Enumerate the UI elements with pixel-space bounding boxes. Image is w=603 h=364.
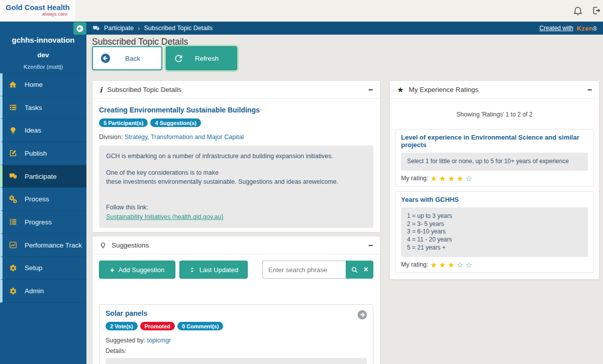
main-content: Subscribed Topic Details Back Refresh i … bbox=[86, 35, 603, 364]
breadcrumb: Participate › Subscribed Topic Details bbox=[92, 25, 213, 32]
rating-description-box: Select 1 for little or none, up to 5 for… bbox=[401, 153, 588, 171]
collapse-topic-card-icon[interactable]: − bbox=[368, 86, 373, 94]
sidebar-item-ideas[interactable]: Ideas bbox=[0, 119, 86, 142]
info-icon: i bbox=[99, 86, 102, 94]
topic-description-paragraph: GCH is embarking on a number of infrastr… bbox=[106, 152, 366, 161]
logo-title: Gold Coast Health bbox=[0, 4, 75, 12]
lightbulb-icon bbox=[8, 127, 18, 135]
sidebar-item-tasks[interactable]: Tasks bbox=[0, 96, 86, 119]
rating-title: Years with GCHHS bbox=[401, 196, 588, 203]
add-suggestion-label: Add Suggestion bbox=[118, 266, 164, 274]
sustainability-link[interactable]: Sustainability Initiatives (health.qld.g… bbox=[106, 213, 223, 220]
suggestion-search-input[interactable] bbox=[262, 261, 346, 279]
my-rating-label: My rating: bbox=[401, 261, 428, 268]
star-icon: ★ bbox=[397, 85, 404, 94]
topic-name: Creating Environmentally Sustainable Bui… bbox=[99, 106, 373, 114]
sidebar-item-participate[interactable]: Participate bbox=[0, 165, 86, 188]
sidebar-item-label: Setup bbox=[25, 264, 42, 272]
kzen8-logo: Kzen8 bbox=[577, 25, 597, 32]
suggestions-card-header: Suggestions − bbox=[92, 236, 380, 255]
sidebar-item-label: Tasks bbox=[25, 104, 42, 111]
suggestion-search-group: × bbox=[262, 261, 373, 279]
created-with-branding[interactable]: Created with Kzen8 bbox=[539, 25, 597, 32]
sidebar-item-label: Participate bbox=[25, 173, 57, 180]
star-filled-icon[interactable]: ★ bbox=[430, 261, 437, 269]
collapse-suggestions-card-icon[interactable]: − bbox=[368, 241, 373, 250]
topic-card-body: Creating Environmentally Sustainable Bui… bbox=[92, 99, 380, 232]
chart-icon bbox=[8, 241, 18, 249]
topic-description-box: GCH is embarking on a number of infrastr… bbox=[99, 146, 373, 228]
app-logo[interactable]: Gold Coast Health always care bbox=[0, 0, 75, 21]
star-filled-icon[interactable]: ★ bbox=[439, 261, 446, 269]
suggestions-toolbar: + Add Suggestion Last Updated × bbox=[99, 261, 373, 279]
suggestion-title: Solar panels bbox=[106, 309, 367, 317]
topic-division: Division: Strategy, Transformation and M… bbox=[99, 134, 373, 141]
comments-icon bbox=[8, 172, 18, 181]
sidebar-item-setup[interactable]: Setup bbox=[0, 257, 86, 280]
breadcrumb-separator-icon: › bbox=[138, 25, 140, 32]
logout-icon[interactable] bbox=[591, 6, 601, 16]
rating-description-box: 1 = up to 3 years2 = 3- 5 years3 = 6-10 … bbox=[401, 207, 588, 257]
refresh-button[interactable]: Refresh bbox=[166, 46, 237, 70]
sidebar-item-process[interactable]: Process bbox=[0, 188, 86, 211]
breadcrumb-current-page: Subscribed Topic Details bbox=[144, 25, 213, 32]
star-filled-icon[interactable]: ★ bbox=[448, 261, 454, 269]
sidebar-item-progress[interactable]: Progress bbox=[0, 211, 86, 234]
top-header: Gold Coast Health always care bbox=[0, 0, 603, 22]
edit-icon bbox=[8, 149, 18, 157]
ratings-showing-text: Showing 'Ratings' 1 to 2 of 2 bbox=[390, 111, 599, 118]
back-arrow-icon bbox=[100, 53, 111, 64]
star-filled-icon[interactable]: ★ bbox=[439, 175, 446, 182]
sidebar-item-label: Ideas bbox=[25, 127, 41, 134]
suggested-by-label: Suggested by: bbox=[106, 337, 145, 344]
add-suggestion-button[interactable]: + Add Suggestion bbox=[99, 261, 175, 279]
sidebar-item-home[interactable]: Home bbox=[0, 73, 86, 96]
sidebar-collapse-button[interactable] bbox=[73, 22, 86, 35]
suggestion-list: Solar panels2 Vote(s)Promoted0 Comment(s… bbox=[99, 304, 373, 364]
clear-search-icon[interactable]: × bbox=[363, 266, 368, 274]
star-filled-icon[interactable]: ★ bbox=[457, 175, 463, 182]
suggestion-badges: 2 Vote(s)Promoted0 Comment(s) bbox=[106, 322, 367, 330]
star-filled-icon[interactable]: ★ bbox=[448, 175, 454, 182]
sidebar-item-publish[interactable]: Publish bbox=[0, 142, 86, 165]
gear-icon bbox=[8, 287, 18, 295]
star-empty-icon[interactable]: ☆ bbox=[465, 261, 472, 269]
notifications-bell-icon[interactable] bbox=[572, 5, 583, 16]
sort-icon bbox=[189, 267, 195, 273]
created-with-link[interactable]: Created with bbox=[539, 25, 573, 32]
topic-badge: 4 Suggestion(s) bbox=[150, 118, 201, 127]
signed-in-user: Kzen8or (mattj) bbox=[0, 64, 86, 70]
sidebar-item-label: Process bbox=[25, 195, 49, 203]
page-toolbar: Back Refresh bbox=[92, 46, 237, 70]
ratings-card-title: My Experience Ratings bbox=[409, 86, 478, 93]
breadcrumb-item-participate[interactable]: Participate bbox=[104, 25, 134, 32]
suggestions-card: Suggestions − + Add Suggestion Last Upda… bbox=[92, 236, 380, 364]
suggestion-badge: 0 Comment(s) bbox=[177, 322, 223, 330]
back-button[interactable]: Back bbox=[92, 46, 162, 70]
rating-description-line: 4 = 11 - 20 years bbox=[407, 236, 582, 244]
rating-description-line: 1 = up to 3 years bbox=[407, 212, 582, 220]
suggestions-card-body: + Add Suggestion Last Updated × bbox=[92, 255, 380, 364]
rating-description-line: 3 = 6-10 years bbox=[407, 228, 582, 236]
topic-badges: 5 Participant(s)4 Suggestion(s) bbox=[99, 118, 373, 127]
collapse-ratings-card-icon[interactable]: − bbox=[587, 86, 592, 94]
page-title: Subscribed Topic Details bbox=[92, 37, 188, 47]
topic-link-line: Follow this link: Sustainability Initiat… bbox=[106, 194, 366, 222]
sidebar-item-performance-track[interactable]: Performance Track bbox=[0, 234, 86, 257]
breadcrumb-bar: Participate › Subscribed Topic Details C… bbox=[86, 22, 603, 35]
sidebar-item-label: Performance Track bbox=[25, 241, 82, 249]
search-icon[interactable] bbox=[351, 266, 358, 274]
subscribed-topic-details-card: i Subscribed Topic Details − Creating En… bbox=[92, 80, 380, 232]
star-empty-icon[interactable]: ☆ bbox=[465, 175, 472, 182]
sidebar-item-admin[interactable]: Admin bbox=[0, 280, 86, 303]
star-empty-icon[interactable]: ☆ bbox=[457, 261, 463, 269]
sidebar-item-label: Admin bbox=[25, 287, 44, 295]
star-filled-icon[interactable]: ★ bbox=[430, 175, 437, 182]
breadcrumb-chat-icon bbox=[92, 25, 100, 32]
topic-badge: 5 Participant(s) bbox=[99, 118, 148, 127]
sidebar-item-label: Progress bbox=[25, 218, 52, 226]
rating-list: Level of experience in Environmental Sci… bbox=[390, 129, 599, 273]
sort-last-updated-button[interactable]: Last Updated bbox=[179, 261, 248, 279]
open-suggestion-arrow-icon[interactable] bbox=[357, 309, 368, 320]
suggestion-badge: 2 Vote(s) bbox=[106, 322, 138, 330]
